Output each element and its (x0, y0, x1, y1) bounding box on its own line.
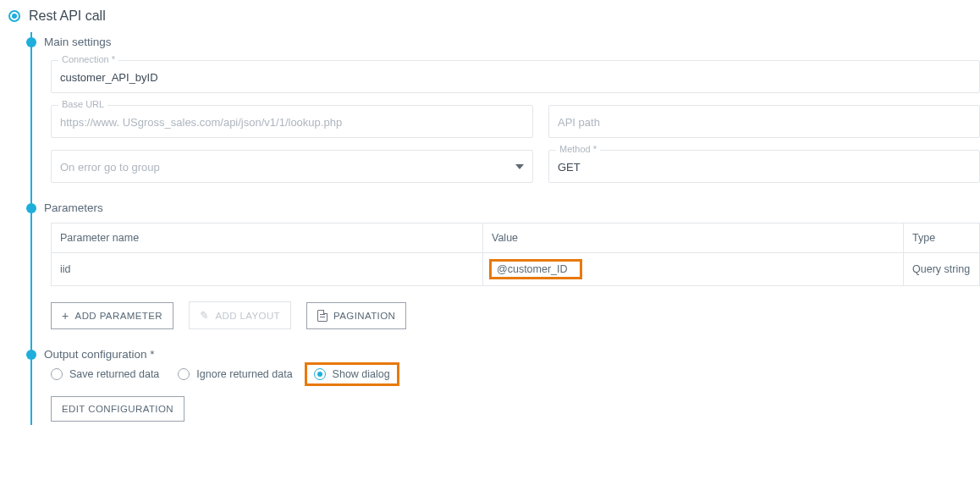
page-header: Rest API call (8, 8, 980, 24)
plus-icon (62, 310, 69, 322)
radio-save-returned-data[interactable]: Save returned data (51, 368, 159, 380)
api-path-field[interactable]: API path (548, 105, 980, 138)
section-output-config: Output configuration * Save returned dat… (44, 345, 980, 425)
document-icon (317, 310, 328, 322)
layout-icon: ✎ (199, 309, 211, 322)
col-header-name: Parameter name (52, 223, 483, 253)
section-dot-icon (26, 203, 36, 213)
radio-show-dialog-label: Show dialog (333, 368, 390, 380)
connection-label: Connection * (58, 54, 118, 64)
base-url-field[interactable]: Base URL https://www. USgross_sales.com/… (51, 105, 533, 138)
page-radio-selected-icon (8, 10, 20, 22)
section-title-parameters: Parameters (44, 201, 980, 214)
table-header-row: Parameter name Value Type (52, 223, 980, 253)
method-field[interactable]: Method * GET (548, 150, 980, 183)
section-main-settings: Main settings Connection * customer_API_… (44, 32, 980, 198)
vertical-timeline: Main settings Connection * customer_API_… (30, 32, 980, 425)
base-url-label: Base URL (58, 99, 107, 109)
radio-save-label: Save returned data (69, 368, 159, 380)
param-value-cell[interactable]: @customer_ID (483, 253, 904, 286)
parameters-table: Parameter name Value Type iid @customer_… (51, 223, 980, 286)
on-error-value: On error go to group (60, 161, 160, 174)
section-dot-icon (26, 37, 36, 47)
connection-field[interactable]: Connection * customer_API_byID (51, 60, 980, 93)
add-parameter-label: Add parameter (75, 311, 162, 321)
api-path-placeholder: API path (558, 116, 600, 129)
method-value: GET (558, 161, 581, 174)
connection-value: customer_API_byID (60, 71, 158, 84)
page-title: Rest API call (29, 8, 106, 24)
col-header-type: Type (904, 223, 980, 253)
chevron-down-icon (515, 164, 524, 169)
edit-configuration-button[interactable]: Edit configuration (51, 396, 184, 422)
section-parameters: Parameters Parameter name Value Type iid… (44, 198, 980, 345)
col-header-value: Value (483, 223, 904, 253)
output-radio-group: Save returned data Ignore returned data … (51, 366, 980, 383)
method-label: Method * (556, 144, 600, 154)
base-url-placeholder: https://www. USgross_sales.com/api/json/… (60, 116, 342, 129)
edit-configuration-label: Edit configuration (62, 404, 173, 414)
add-layout-label: Add layout (215, 311, 280, 321)
param-value-highlight: @customer_ID (489, 259, 582, 279)
table-row[interactable]: iid @customer_ID Query string (52, 253, 980, 286)
param-type-cell[interactable]: Query string (904, 253, 980, 286)
pagination-button[interactable]: Pagination (306, 302, 406, 329)
radio-ignore-returned-data[interactable]: Ignore returned data (178, 368, 292, 380)
radio-show-dialog[interactable]: Show dialog (305, 362, 399, 386)
section-title-main: Main settings (44, 36, 980, 48)
radio-unchecked-icon (51, 368, 63, 380)
param-name-cell[interactable]: iid (52, 253, 483, 286)
section-dot-icon (26, 350, 36, 360)
radio-checked-icon (314, 368, 326, 380)
radio-ignore-label: Ignore returned data (196, 368, 292, 380)
section-title-output: Output configuration * (44, 348, 980, 361)
add-layout-button: ✎ Add layout (189, 301, 291, 329)
on-error-select[interactable]: On error go to group (51, 150, 533, 183)
add-parameter-button[interactable]: Add parameter (51, 302, 173, 329)
radio-unchecked-icon (178, 368, 190, 380)
pagination-label: Pagination (333, 311, 395, 321)
